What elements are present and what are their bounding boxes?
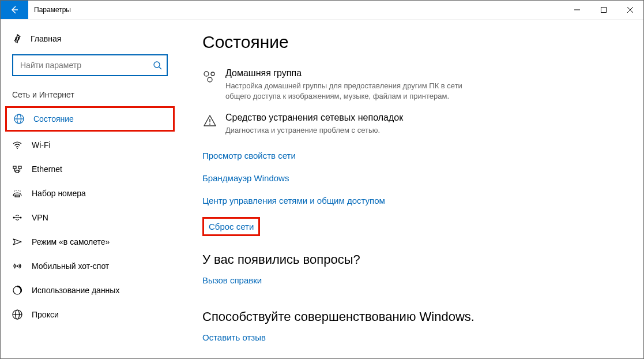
homegroup-desc: Настройка домашней группы для предоставл…: [225, 81, 479, 101]
home-label: Главная: [31, 34, 61, 43]
questions-heading: У вас появились вопросы?: [202, 252, 620, 267]
link-feedback[interactable]: Оставить отзыв: [202, 332, 266, 342]
gear-icon: [12, 33, 22, 44]
sidebar-item-label: Ethernet: [32, 164, 62, 174]
sidebar-item-ethernet[interactable]: Ethernet: [1, 157, 179, 181]
homegroup-title: Домашняя группа: [225, 68, 479, 78]
svg-rect-13: [16, 170, 19, 173]
svg-point-35: [209, 124, 210, 125]
homegroup-icon: [202, 68, 217, 101]
svg-rect-11: [13, 166, 16, 169]
sidebar-item-status[interactable]: Состояние: [5, 106, 175, 132]
link-firewall[interactable]: Брандмауэр Windows: [202, 173, 289, 183]
data-usage-icon: [12, 285, 22, 296]
dialup-icon: [12, 188, 22, 199]
vpn-icon: [12, 212, 22, 223]
svg-rect-18: [15, 195, 20, 197]
sidebar-item-label: Мобильный хот-спот: [32, 261, 109, 271]
wifi-icon: [12, 140, 22, 150]
globe-icon: [14, 114, 24, 124]
sidebar-item-label: Прокси: [32, 310, 59, 319]
sidebar: Главная Сеть и Интернет Состояние Wi: [1, 20, 179, 358]
content: Состояние Домашняя группа Настройка дома…: [179, 20, 643, 358]
svg-point-22: [20, 190, 20, 191]
svg-line-6: [159, 67, 161, 69]
svg-point-5: [154, 62, 160, 68]
close-icon: [627, 7, 633, 13]
sidebar-item-proxy[interactable]: Прокси: [1, 302, 179, 327]
svg-point-21: [18, 190, 18, 190]
warning-icon: [202, 113, 217, 136]
svg-rect-12: [18, 166, 21, 169]
search-icon: [153, 61, 162, 70]
svg-point-26: [17, 265, 18, 267]
minimize-button[interactable]: [564, 1, 590, 19]
settings-window: Параметры Главная: [0, 0, 644, 359]
svg-point-20: [16, 190, 16, 190]
improve-heading: Способствуйте совершенствованию Windows.: [202, 309, 620, 324]
page-heading: Состояние: [202, 32, 620, 52]
window-controls: [564, 1, 643, 19]
titlebar: Параметры: [1, 1, 643, 20]
link-sharing-center[interactable]: Центр управления сетями и общим доступом: [202, 196, 385, 205]
back-button[interactable]: [1, 1, 28, 19]
svg-point-31: [204, 72, 209, 76]
sidebar-item-datausage[interactable]: Использование данных: [1, 278, 179, 302]
ethernet-icon: [12, 164, 22, 174]
link-get-help[interactable]: Вызов справки: [202, 275, 262, 285]
sidebar-item-wifi[interactable]: Wi-Fi: [1, 133, 179, 157]
svg-point-32: [211, 72, 214, 76]
troubleshoot-desc: Диагностика и устранение проблем с сетью…: [225, 125, 403, 136]
body: Главная Сеть и Интернет Состояние Wi: [1, 20, 643, 358]
troubleshoot-section[interactable]: Средство устранения сетевых неполадок Ди…: [202, 113, 479, 136]
sidebar-item-dialup[interactable]: Набор номера: [1, 181, 179, 205]
home-link[interactable]: Главная: [1, 30, 179, 52]
svg-point-33: [208, 77, 212, 82]
close-button[interactable]: [617, 1, 643, 19]
svg-point-19: [14, 190, 14, 191]
maximize-icon: [601, 7, 607, 13]
section-label: Сеть и Интернет: [1, 87, 179, 105]
maximize-button[interactable]: [590, 1, 617, 19]
sidebar-item-label: Wi-Fi: [32, 140, 51, 149]
sidebar-item-label: Использование данных: [32, 286, 119, 295]
airplane-icon: [12, 237, 22, 247]
sidebar-item-label: Режим «в самолете»: [32, 237, 110, 246]
sidebar-item-hotspot[interactable]: Мобильный хот-спот: [1, 254, 179, 278]
link-network-reset[interactable]: Сброс сети: [202, 217, 260, 236]
search-box[interactable]: [12, 54, 168, 76]
search-input[interactable]: [19, 60, 153, 70]
minimize-icon: [574, 7, 580, 13]
proxy-icon: [12, 309, 22, 320]
arrow-left-icon: [10, 5, 19, 14]
troubleshoot-title: Средство устранения сетевых неполадок: [225, 113, 403, 123]
sidebar-item-airplane[interactable]: Режим «в самолете»: [1, 230, 179, 254]
window-title: Параметры: [28, 1, 77, 19]
link-view-network-props[interactable]: Просмотр свойств сети: [202, 151, 296, 160]
sidebar-item-label: Состояние: [33, 114, 74, 124]
svg-rect-2: [601, 8, 607, 13]
hotspot-icon: [12, 261, 22, 271]
sidebar-item-vpn[interactable]: VPN: [1, 205, 179, 230]
sidebar-item-label: VPN: [32, 213, 48, 222]
svg-point-10: [17, 148, 18, 149]
homegroup-section[interactable]: Домашняя группа Настройка домашней групп…: [202, 68, 479, 101]
sidebar-item-label: Набор номера: [32, 189, 86, 198]
